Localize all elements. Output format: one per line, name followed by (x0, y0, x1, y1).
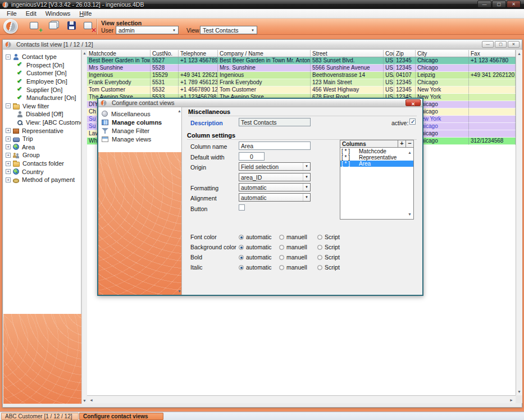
background-color-script-radio[interactable] (317, 245, 322, 250)
default-width-input[interactable]: 0 (239, 152, 265, 161)
table-row[interactable]: Mrs Sunshine5528Mrs. Sunshine5566 Sunshi… (87, 65, 516, 72)
table-vertical-scrollbar[interactable]: ▲ ▼ (516, 50, 522, 395)
tree-item-prospect-on[interactable]: Prospect [On] (3, 61, 81, 70)
delete-view-button[interactable]: ✕ (82, 20, 97, 33)
scroll-left-icon[interactable]: ◄ (89, 398, 94, 403)
column-header-company-name[interactable]: Company / Name (218, 50, 311, 57)
title-bar[interactable]: ingeniousV12 [V3.3.42 - 26.03.12] - inge… (0, 0, 524, 9)
background-color-automatic-radio[interactable] (239, 245, 244, 250)
user-dropdown[interactable]: admin▼ (116, 26, 179, 34)
column-header-zip[interactable]: Zip (394, 50, 416, 57)
tree-expander-minus-icon[interactable]: − (6, 54, 11, 60)
bold-script-radio[interactable] (317, 255, 322, 260)
font-color-manuell-radio[interactable] (279, 235, 284, 240)
close-button[interactable]: ✕ (508, 41, 520, 48)
taskbar-abc-customer-1-12-12[interactable]: ABC Customer [1 / 12 / 12] (1, 413, 79, 420)
scroll-up-icon[interactable]: ▲ (82, 51, 87, 56)
menu-windows[interactable]: Windows (41, 10, 75, 17)
tree-item-disabled-off[interactable]: Disabled [Off] (3, 110, 81, 118)
column-header-telephone[interactable]: Telephone (179, 50, 218, 57)
menu-file[interactable]: File (2, 10, 21, 17)
tree-item-group[interactable]: +Group (3, 151, 81, 159)
minimize-button[interactable]: — (477, 1, 491, 8)
columns-list-item[interactable]: [ * ]Matchcode (340, 148, 413, 154)
tree-item-view-filter[interactable]: −View filter (3, 102, 81, 111)
table-horizontal-scrollbar[interactable]: ◄ ► (87, 395, 516, 403)
remove-column-button[interactable]: − (405, 140, 413, 147)
tree-item-method-of-payment[interactable]: +Method of payment (3, 176, 81, 184)
scroll-right-icon[interactable]: ► (509, 398, 514, 403)
dialog-nav-manage-columns[interactable]: Manage columns (98, 118, 181, 126)
tree-item-representative[interactable]: +Representative (3, 126, 81, 135)
font-color-automatic-radio[interactable] (239, 235, 244, 240)
tree-expander-plus-icon[interactable]: + (6, 161, 11, 166)
tree-expander-plus-icon[interactable]: + (6, 169, 11, 174)
menu-edit[interactable]: Edit (21, 10, 41, 17)
tree-item-manufacturer-on[interactable]: Manufacturer [On] (3, 94, 81, 102)
taskbar-configure-contact-views[interactable]: Configure contact views (79, 413, 163, 420)
maximize-button[interactable]: ▢ (495, 41, 507, 48)
tree-item-trip[interactable]: +Trip (3, 135, 81, 143)
table-row[interactable]: Best Beer Garden in TownM5527+1 123 4567… (87, 57, 516, 65)
column-header-custno[interactable]: CustNo. (151, 50, 179, 57)
dialog-nav-scrollbar[interactable]: ▲ ▼ (177, 108, 182, 294)
maximize-button[interactable]: ▢ (492, 1, 506, 8)
dialog-nav-miscellaneous[interactable]: Miscellaneous (98, 109, 181, 118)
scroll-up-icon[interactable]: ▲ (517, 51, 522, 56)
close-button[interactable]: ✕ (507, 1, 521, 8)
italic-script-radio[interactable] (317, 265, 322, 270)
tree-expander-plus-icon[interactable]: + (6, 177, 11, 182)
tree-item-area[interactable]: +Area (3, 143, 81, 152)
columns-list-item[interactable]: [ * ]Representative (340, 154, 413, 161)
tree-item-contacts-folder[interactable]: +Contacts folder (3, 159, 81, 168)
contacts-window-title-bar[interactable]: Contacts list view [1 / 12 / 12] — ▢ ✕ (3, 40, 522, 49)
add-column-button[interactable]: + (398, 140, 405, 147)
scroll-down-icon[interactable]: ▼ (82, 398, 87, 403)
tree-expander-plus-icon[interactable]: + (6, 144, 11, 149)
column-name-input[interactable]: Area (239, 141, 311, 150)
formatting-select[interactable]: automatic▼ (239, 183, 311, 191)
column-header-street[interactable]: Street (311, 50, 384, 57)
column-header-matchcode[interactable]: Matchcode (87, 50, 151, 57)
tree-scrollbar[interactable]: ▲ ▼ (81, 50, 86, 404)
scroll-down-icon[interactable]: ▼ (177, 289, 182, 294)
font-color-script-radio[interactable] (317, 235, 322, 240)
tree-item-country[interactable]: +Country (3, 167, 81, 176)
bold-automatic-radio[interactable] (239, 255, 244, 260)
button-checkbox[interactable] (239, 204, 245, 211)
tree-item-supplier-on[interactable]: Supplier [On] (3, 85, 81, 94)
tree-item-employee-on[interactable]: Employee [On] (3, 77, 81, 86)
tree-expander-minus-icon[interactable]: − (6, 103, 11, 108)
dialog-nav-manage-filter[interactable]: Manage Filter (98, 126, 181, 135)
column-header-coun[interactable]: Coun (384, 50, 394, 57)
italic-automatic-radio[interactable] (239, 265, 244, 270)
column-header-fax[interactable]: Fax (469, 50, 516, 57)
minimize-button[interactable]: — (482, 41, 494, 48)
dialog-title-bar[interactable]: Configure contact views ✕ (98, 99, 422, 107)
background-color-manuell-radio[interactable] (279, 245, 284, 250)
columns-list-item[interactable]: [ * ]Area (340, 161, 413, 167)
scroll-up-icon[interactable]: ▲ (177, 108, 182, 113)
active-checkbox[interactable] (409, 118, 416, 125)
tree-item-view-abc-customer[interactable]: View: [ABC Customer] (3, 118, 81, 127)
copy-view-button[interactable] (47, 20, 62, 33)
italic-manuell-radio[interactable] (279, 265, 284, 270)
bold-manuell-radio[interactable] (279, 255, 284, 260)
alignment-select[interactable]: automatic▼ (239, 193, 311, 202)
tree-item-contact-type[interactable]: −Contact type (3, 53, 81, 61)
tree-item-customer-on[interactable]: Customer [On] (3, 69, 81, 77)
table-row[interactable]: Ingenious15529+49 341 226210IngeniousBee… (87, 72, 516, 79)
origin-select[interactable]: Field selection▼ (239, 162, 311, 171)
dialog-nav-manage-views[interactable]: Manage views (98, 135, 181, 143)
dialog-close-button[interactable]: ✕ (405, 99, 421, 106)
scroll-down-icon[interactable]: ▼ (407, 212, 412, 217)
origin-field-select[interactable]: area_ID▼ (239, 173, 311, 181)
table-row[interactable]: Tom Customer5532+1 4567890 123Tom Custom… (87, 86, 516, 94)
description-input[interactable]: Test Contacts (239, 118, 311, 126)
table-row[interactable]: Frank Everybody5531+1 789 4561230Frank E… (87, 79, 516, 86)
new-view-button[interactable]: + (28, 20, 43, 33)
tree-expander-plus-icon[interactable]: + (6, 136, 11, 141)
menu-hilfe[interactable]: Hilfe (75, 10, 96, 17)
tree-expander-plus-icon[interactable]: + (6, 128, 11, 133)
view-dropdown[interactable]: Test Contacts▼ (200, 26, 257, 34)
